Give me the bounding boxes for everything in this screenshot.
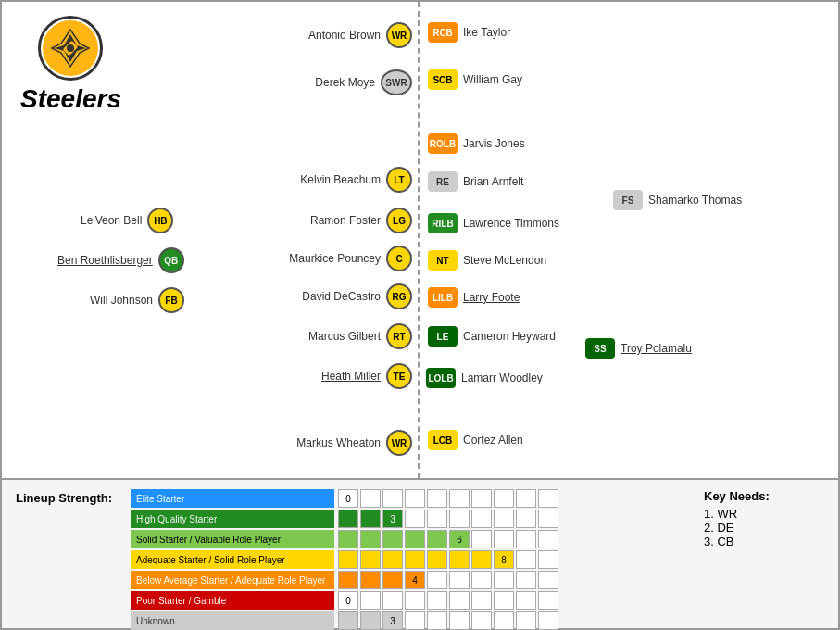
legend-cell <box>449 510 470 528</box>
legend-cell <box>538 550 558 569</box>
legend-bars: Elite Starter 0 High Quality Starter <box>131 489 685 630</box>
legend-cell <box>405 550 425 569</box>
legend-cell <box>538 591 558 610</box>
player-name: Will Johnson <box>90 294 153 307</box>
legend-track: 3 <box>338 611 558 630</box>
legend-cell <box>494 489 514 508</box>
legend-cell: 6 <box>449 530 470 548</box>
player-name: Larry Foote <box>463 291 520 304</box>
player-lamarr-woodley: LOLB Lamarr Woodley <box>426 368 543 388</box>
player-name: Ben Roethlisberger <box>57 254 153 267</box>
key-needs-item-3: 3. CB <box>704 535 824 548</box>
player-ike-taylor: RCB Ike Taylor <box>428 22 510 43</box>
field-area: Steelers Antonio Brown WR Derek Moye SWR… <box>2 2 838 480</box>
position-badge: RCB <box>428 22 458 43</box>
position-badge: WR <box>386 22 412 48</box>
player-troy-polamalu: SS Troy Polamalu <box>585 338 692 359</box>
legend-cell: 3 <box>382 510 403 528</box>
legend-cell <box>538 489 558 508</box>
steelers-logo: Steelers <box>20 16 121 114</box>
legend-cell <box>494 571 514 589</box>
legend-cell <box>494 591 514 610</box>
legend-cell <box>338 611 358 630</box>
legend-cell <box>382 591 403 610</box>
main-container: Steelers Antonio Brown WR Derek Moye SWR… <box>0 0 840 630</box>
legend-cell <box>427 591 447 610</box>
player-markus-wheaton: Markus Wheaton WR <box>296 430 412 456</box>
player-marcus-gilbert: Marcus Gilbert RT <box>308 323 412 349</box>
legend-cell <box>427 530 447 548</box>
position-badge: RILB <box>428 213 458 233</box>
player-william-gay: SCB William Gay <box>428 69 522 90</box>
legend-cell <box>338 530 358 548</box>
player-name: Jarvis Jones <box>463 137 525 150</box>
player-name: Ike Taylor <box>463 26 510 39</box>
legend-cell <box>449 550 470 569</box>
legend-cell <box>494 510 514 528</box>
player-name: Brian Arnfelt <box>463 175 523 188</box>
legend-area: Lineup Strength: Elite Starter 0 <box>2 480 838 628</box>
legend-cell <box>360 530 381 548</box>
player-name: William Gay <box>463 73 522 86</box>
player-cameron-heyward: LE Cameron Heyward <box>428 326 556 346</box>
legend-row-elite: Elite Starter 0 <box>131 489 685 508</box>
legend-cell <box>494 611 514 630</box>
legend-cell <box>516 550 536 569</box>
legend-cell <box>338 510 358 528</box>
legend-label-solid: Solid Starter / Valuable Role Player <box>131 530 334 548</box>
legend-cell <box>471 571 492 589</box>
player-ramon-foster: Ramon Foster LG <box>310 208 412 233</box>
legend-cell <box>449 571 470 589</box>
player-name: Heath Miller <box>321 370 381 383</box>
legend-cell <box>516 571 536 589</box>
player-name: Troy Polamalu <box>621 342 692 355</box>
legend-cell <box>516 591 536 610</box>
legend-row-high: High Quality Starter 3 <box>131 510 685 528</box>
player-name: Kelvin Beachum <box>300 173 381 186</box>
legend-label-adequate: Adequate Starter / Solid Role Player <box>131 550 334 569</box>
team-name: Steelers <box>20 84 121 114</box>
player-name: Lawrence Timmons <box>463 217 559 230</box>
position-badge: LE <box>428 326 458 346</box>
player-name: Maurkice Pouncey <box>289 252 381 265</box>
position-badge: RE <box>428 171 458 192</box>
legend-track: 0 <box>338 591 558 610</box>
position-badge: FS <box>613 190 643 210</box>
legend-cell <box>471 510 492 528</box>
player-name: Cameron Heyward <box>463 330 556 343</box>
player-name: David DeCastro <box>302 290 381 303</box>
legend-row-solid: Solid Starter / Valuable Role Player 6 <box>131 530 685 548</box>
legend-row-below: Below Average Starter / Adequate Role Pl… <box>131 571 685 589</box>
legend-row-unknown: Unknown 3 <box>131 611 685 630</box>
player-leveon-bell: Le'Veon Bell HB <box>81 208 173 233</box>
position-badge: WR <box>386 430 412 456</box>
player-antonio-brown: Antonio Brown WR <box>308 22 412 48</box>
position-badge: TE <box>386 363 412 389</box>
legend-cell: 8 <box>494 550 514 569</box>
player-name: Ramon Foster <box>310 214 381 227</box>
legend-cell <box>360 571 381 589</box>
legend-label-unknown: Unknown <box>131 611 334 630</box>
legend-label-below: Below Average Starter / Adequate Role Pl… <box>131 571 334 589</box>
legend-cell: 4 <box>405 571 425 589</box>
legend-cell <box>360 550 381 569</box>
position-badge: FB <box>158 287 184 313</box>
player-shamarko-thomas: FS Shamarko Thomas <box>613 190 742 210</box>
position-badge: HB <box>147 208 173 233</box>
position-badge: LG <box>386 208 412 233</box>
player-steve-mclendon: NT Steve McLendon <box>428 250 546 271</box>
center-line <box>418 2 420 478</box>
player-name: Derek Moye <box>315 76 375 89</box>
legend-cell <box>471 550 492 569</box>
legend-cell <box>427 571 447 589</box>
player-name: Le'Veon Bell <box>81 214 142 227</box>
legend-cell <box>427 510 447 528</box>
player-name: Cortez Allen <box>463 434 523 447</box>
legend-cell <box>360 510 381 528</box>
legend-cell <box>449 489 470 508</box>
player-name: Steve McLendon <box>463 254 546 267</box>
legend-cell <box>382 571 403 589</box>
legend-cell <box>516 530 536 548</box>
legend-cell <box>427 611 447 630</box>
legend-cell <box>360 591 381 610</box>
